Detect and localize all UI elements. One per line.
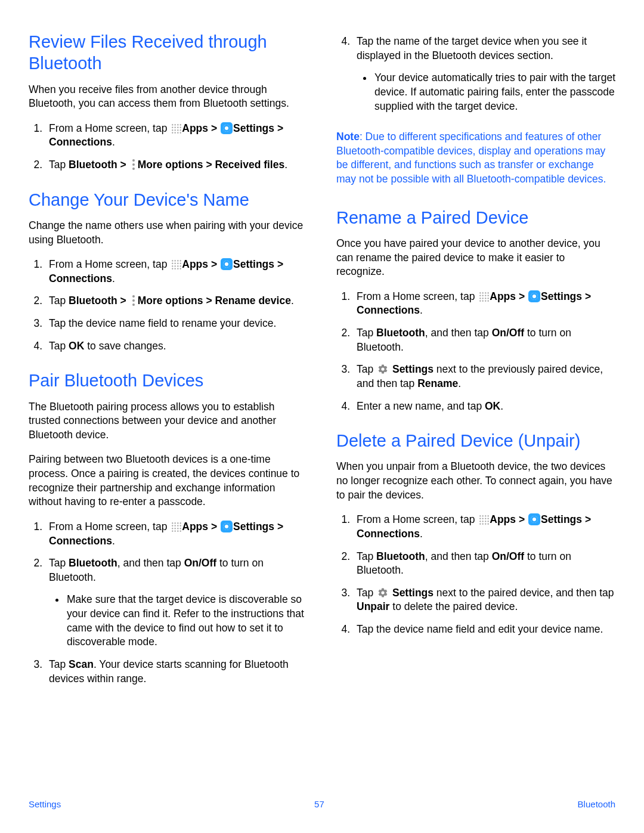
bullet-list: Make sure that the target device is disc… [49, 593, 308, 649]
text-bold: Unpair [357, 600, 389, 612]
apps-icon [171, 123, 181, 134]
more-options-icon [131, 159, 137, 170]
text: , and then tap [425, 327, 492, 339]
list-item: Tap Bluetooth, and then tap On/Off to tu… [353, 326, 615, 354]
list-item: Tap the device name field and edit your … [353, 623, 615, 637]
text: Tap [49, 295, 69, 306]
bullet-list: Your device automatically tries to pair … [357, 71, 615, 113]
page-footer: Settings 57 Bluetooth [0, 799, 644, 826]
text: . [500, 400, 503, 412]
list-item: Tap Settings next to the previously pair… [353, 363, 615, 391]
text: : Due to different specifications and fe… [336, 131, 606, 185]
right-column: Tap the name of the target device when y… [336, 31, 615, 781]
list-item: Tap Bluetooth, and then tap On/Off to tu… [353, 550, 615, 578]
text-bold: Settings [392, 587, 434, 599]
text-bold: Apps > [182, 122, 220, 134]
list-item: From a Home screen, tap Apps > Settings … [353, 290, 615, 318]
text: . [112, 535, 115, 547]
text-bold: Apps > [182, 521, 220, 532]
footer-right: Bluetooth [578, 799, 615, 809]
apps-icon [478, 514, 489, 525]
text-bold: OK [485, 400, 500, 412]
text-bold: Settings [392, 363, 434, 375]
heading: Review Files Received through Bluetooth [29, 31, 308, 75]
text: Tap the name of the target device when y… [357, 35, 587, 61]
text: Tap [49, 557, 69, 569]
gear-icon [377, 587, 388, 598]
body-text: Change the name others use when pairing … [29, 219, 308, 247]
text: From a Home screen, tap [357, 290, 478, 302]
text-bold: Bluetooth > [69, 295, 129, 306]
list-item: Tap the name of the target device when y… [353, 35, 615, 113]
list-item: Tap OK to save changes. [45, 339, 308, 354]
text: . [112, 136, 115, 148]
ordered-list: From a Home screen, tap Apps > Settings … [336, 290, 615, 413]
text: Tap [49, 159, 69, 171]
footer-page-number: 57 [314, 799, 324, 809]
text: Enter a new name, and tap [357, 400, 485, 412]
settings-icon [528, 290, 540, 302]
settings-icon [221, 521, 233, 532]
text-bold: Rename [417, 377, 458, 389]
list-item: Tap Bluetooth, and then tap On/Off to tu… [45, 556, 308, 649]
text-bold: On/Off [492, 550, 524, 562]
body-text: Pairing between two Bluetooth devices is… [29, 453, 308, 509]
ordered-list-continued: Tap the name of the target device when y… [336, 35, 615, 113]
text-bold: On/Off [492, 327, 524, 339]
text: From a Home screen, tap [49, 122, 170, 134]
list-item: From a Home screen, tap Apps > Settings … [45, 122, 308, 150]
text-bold: Apps > [182, 258, 220, 270]
gear-icon [377, 364, 388, 374]
ordered-list: From a Home screen, tap Apps > Settings … [29, 258, 308, 353]
text: . [112, 272, 115, 284]
text: From a Home screen, tap [49, 521, 170, 532]
text: , and then tap [425, 550, 492, 562]
text: , and then tap [117, 557, 184, 569]
text: next to the paired device, and then tap [434, 587, 614, 599]
text: . [458, 377, 461, 389]
text-bold: On/Off [184, 557, 216, 569]
text-bold: Bluetooth [69, 557, 117, 569]
left-column: Review Files Received through Bluetooth … [29, 31, 308, 781]
text: . [420, 528, 423, 540]
text-bold: Bluetooth [376, 550, 425, 562]
heading: Rename a Paired Device [336, 207, 615, 228]
body-text: The Bluetooth pairing process allows you… [29, 400, 308, 442]
apps-icon [171, 259, 181, 270]
footer-left: Settings [29, 799, 61, 809]
settings-icon [221, 258, 233, 270]
text-bold: More options > Rename device [138, 295, 291, 306]
ordered-list: From a Home screen, tap Apps > Settings … [29, 520, 308, 686]
text-bold: Apps > [490, 513, 528, 525]
note-text: Note: Due to different specifications an… [336, 130, 615, 187]
list-item: Tap Settings next to the paired device, … [353, 586, 615, 614]
heading: Delete a Paired Device (Unpair) [336, 430, 615, 451]
apps-icon [171, 521, 181, 532]
page-content: Review Files Received through Bluetooth … [0, 0, 644, 799]
section-pair-devices: Pair Bluetooth Devices The Bluetooth pai… [29, 370, 308, 686]
list-item: Tap the device name field to rename your… [45, 317, 308, 331]
text: . [291, 295, 294, 306]
ordered-list: From a Home screen, tap Apps > Settings … [336, 513, 615, 636]
text: Tap [49, 658, 69, 670]
list-item: Make sure that the target device is disc… [66, 593, 308, 649]
text: . [420, 304, 423, 316]
section-rename-paired: Rename a Paired Device Once you have pai… [336, 207, 615, 414]
text-bold: Bluetooth > [69, 159, 129, 171]
text: Tap [357, 587, 376, 599]
text-bold: OK [69, 340, 84, 352]
text: Tap [357, 363, 376, 375]
heading: Change Your Device's Name [29, 189, 308, 210]
list-item: Tap Bluetooth > More options > Received … [45, 158, 308, 172]
text: From a Home screen, tap [357, 513, 478, 525]
text-bold: Apps > [490, 290, 528, 302]
text: to save changes. [84, 340, 166, 352]
text: Tap [49, 340, 69, 352]
list-item: From a Home screen, tap Apps > Settings … [45, 520, 308, 548]
apps-icon [478, 291, 489, 302]
list-item: Tap Bluetooth > More options > Rename de… [45, 294, 308, 308]
body-text: Once you have paired your device to anot… [336, 237, 615, 279]
more-options-icon [131, 295, 137, 306]
note-label: Note [336, 131, 360, 143]
settings-icon [528, 513, 540, 525]
